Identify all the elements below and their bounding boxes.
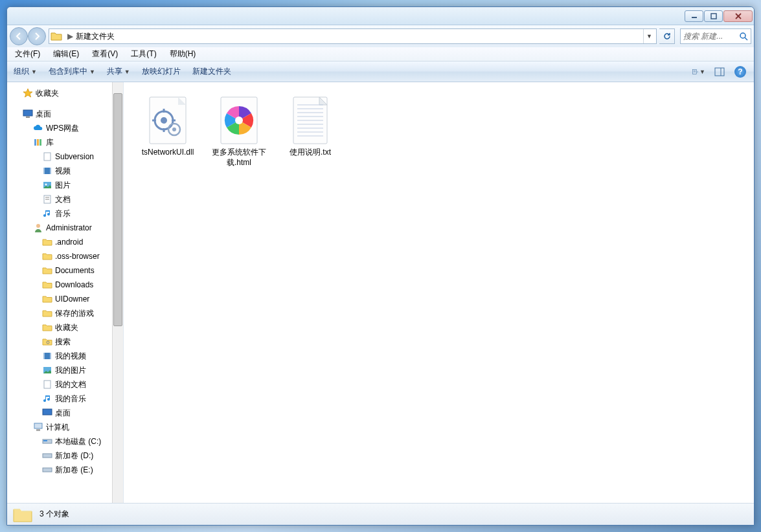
computer-icon	[33, 422, 43, 432]
sidebar-subversion[interactable]: Subversion	[10, 150, 113, 164]
sidebar-pictures[interactable]: 图片	[10, 178, 113, 192]
sidebar-search[interactable]: 搜索	[10, 335, 113, 349]
drive-icon	[42, 465, 52, 475]
file-item[interactable]: 更多系统软件下载.html	[208, 91, 270, 171]
sidebar-savedgames[interactable]: 保存的游戏	[10, 306, 113, 320]
user-icon	[33, 223, 43, 233]
svg-rect-36	[43, 440, 47, 441]
search-box[interactable]	[680, 28, 751, 44]
sidebar-admin[interactable]: Administrator	[10, 221, 113, 235]
address-dropdown[interactable]: ▼	[643, 29, 655, 43]
sidebar-desk2[interactable]: 桌面	[10, 406, 113, 420]
file-pane[interactable]: tsNetworkUI.dll 更多系统软件下载.html 使用说明.txt	[124, 82, 754, 503]
library-icon	[33, 137, 43, 148]
svg-rect-38	[43, 468, 52, 472]
toolbar: 组织 ▼ 包含到库中 ▼ 共享 ▼ 放映幻灯片 新建文件夹 ▼ ?	[7, 61, 754, 82]
folder-icon	[42, 294, 52, 304]
sidebar-favorites[interactable]: 收藏夹	[10, 86, 113, 100]
dll-icon	[142, 94, 194, 146]
svg-rect-15	[40, 139, 41, 146]
folder-icon	[42, 265, 52, 276]
menu-view[interactable]: 查看(V)	[89, 47, 120, 61]
back-button[interactable]	[10, 27, 28, 45]
slideshow-button[interactable]: 放映幻灯片	[142, 66, 181, 77]
sidebar-myvideo[interactable]: 我的视频	[10, 349, 113, 363]
sidebar-mydocs[interactable]: 我的文档	[10, 377, 113, 392]
sidebar-android[interactable]: .android	[10, 235, 113, 249]
file-item[interactable]: 使用说明.txt	[279, 91, 341, 171]
close-button[interactable]	[723, 10, 753, 22]
video-icon	[42, 351, 52, 361]
sidebar-ddrive[interactable]: 新加卷 (D:)	[10, 449, 113, 463]
include-library-button[interactable]: 包含到库中 ▼	[49, 66, 95, 77]
sidebar: 收藏夹 桌面 WPS网盘 库 Subversion 视频 图片 文档 音乐 Ad…	[7, 82, 124, 503]
folder-icon	[12, 505, 33, 524]
svg-rect-29	[50, 353, 51, 359]
search-input[interactable]	[683, 32, 739, 41]
sidebar-music[interactable]: 音乐	[10, 206, 113, 221]
folder-icon	[42, 280, 52, 290]
svg-line-5	[745, 38, 747, 40]
svg-point-49	[235, 116, 243, 124]
svg-point-4	[740, 33, 745, 38]
file-icon	[42, 151, 52, 162]
file-label: tsNetworkUI.dll	[142, 148, 194, 158]
svg-rect-14	[37, 139, 39, 146]
sidebar-wps[interactable]: WPS网盘	[10, 121, 113, 135]
forward-button[interactable]	[28, 27, 46, 45]
breadcrumb-current[interactable]: 新建文件夹	[76, 31, 115, 42]
sidebar-video[interactable]: 视频	[10, 164, 113, 178]
svg-rect-33	[34, 423, 42, 428]
file-item[interactable]: tsNetworkUI.dll	[137, 91, 199, 171]
nav-row: ▶ 新建文件夹 ▼	[7, 25, 754, 47]
address-bar[interactable]: ▶ 新建文件夹 ▼	[49, 28, 657, 44]
preview-pane-button[interactable]	[712, 65, 727, 79]
picture-icon	[42, 180, 52, 190]
star-icon	[23, 88, 33, 98]
sidebar-edrive[interactable]: 新加卷 (E:)	[10, 463, 113, 477]
sidebar-mypics[interactable]: 我的图片	[10, 363, 113, 377]
share-button[interactable]: 共享 ▼	[107, 66, 130, 77]
sidebar-mymusic[interactable]: 我的音乐	[10, 392, 113, 406]
svg-point-41	[161, 117, 167, 124]
sidebar-cdrive[interactable]: 本地磁盘 (C:)	[10, 434, 113, 449]
minimize-button[interactable]	[685, 10, 703, 22]
sidebar-library[interactable]: 库	[10, 135, 113, 150]
sidebar-uidowner[interactable]: UIDowner	[10, 292, 113, 306]
file-label: 更多系统软件下载.html	[211, 148, 267, 168]
cloud-icon	[33, 123, 43, 133]
menu-edit[interactable]: 编辑(E)	[51, 47, 82, 61]
menu-file[interactable]: 文件(F)	[12, 47, 43, 61]
svg-rect-34	[36, 429, 40, 431]
svg-point-47	[172, 127, 176, 131]
view-options-button[interactable]: ▼	[692, 65, 706, 79]
help-button[interactable]: ?	[733, 65, 747, 79]
sidebar-documents[interactable]: 文档	[10, 192, 113, 206]
explorer-window: ▶ 新建文件夹 ▼ 文件(F) 编辑(E) 查看(V) 工具(T) 帮助(H) …	[6, 6, 755, 526]
sidebar-docs[interactable]: Documents	[10, 263, 113, 278]
organize-button[interactable]: 组织 ▼	[14, 66, 37, 77]
status-text: 3 个对象	[40, 509, 69, 520]
maximize-button[interactable]	[704, 10, 723, 22]
menu-tools[interactable]: 工具(T)	[128, 47, 159, 61]
statusbar: 3 个对象	[7, 503, 754, 525]
sidebar-scrollbar[interactable]	[112, 82, 123, 503]
svg-rect-19	[50, 168, 51, 174]
sidebar-computer[interactable]: 计算机	[10, 420, 113, 434]
sidebar-favs[interactable]: 收藏夹	[10, 320, 113, 335]
menu-help[interactable]: 帮助(H)	[167, 47, 199, 61]
sidebar-oss[interactable]: .oss-browser	[10, 249, 113, 263]
file-label: 使用说明.txt	[290, 148, 331, 158]
video-icon	[42, 166, 52, 176]
refresh-button[interactable]	[659, 28, 675, 44]
svg-point-25	[36, 224, 40, 228]
sidebar-downloads[interactable]: Downloads	[10, 278, 113, 292]
sidebar-desktop[interactable]: 桌面	[10, 107, 113, 121]
new-folder-button[interactable]: 新建文件夹	[192, 66, 231, 77]
svg-rect-18	[43, 168, 45, 174]
svg-rect-1	[711, 14, 716, 19]
desktop-icon	[23, 109, 33, 119]
svg-rect-13	[34, 139, 36, 146]
folder-icon	[51, 31, 62, 41]
scrollbar-thumb[interactable]	[113, 93, 122, 326]
